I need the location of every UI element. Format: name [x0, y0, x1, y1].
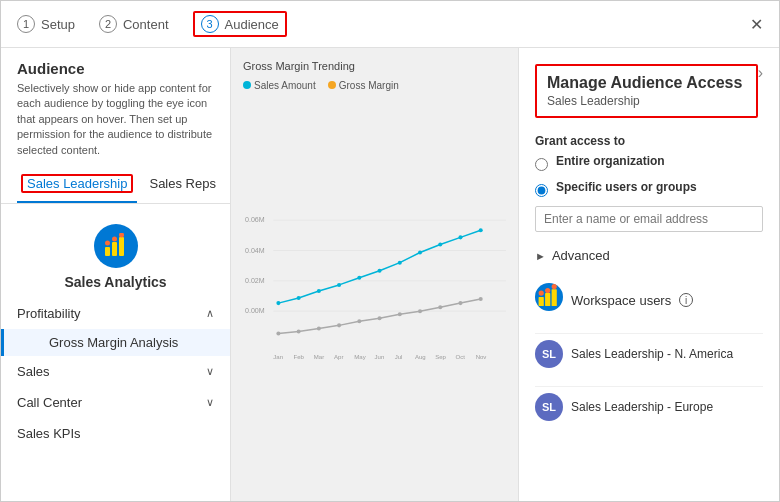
chart-icon: [103, 233, 129, 259]
svg-point-20: [398, 261, 402, 265]
audience-header: Audience Selectively show or hide app co…: [1, 48, 230, 166]
svg-text:Apr: Apr: [334, 354, 343, 360]
user-row-sl-eu: SL Sales Leadership - Europe: [535, 386, 763, 427]
advanced-label: Advanced: [552, 248, 610, 263]
entire-org-label: Entire organization: [556, 154, 665, 168]
radio-specific-users[interactable]: Specific users or groups: [535, 180, 763, 200]
svg-point-16: [317, 289, 321, 293]
svg-point-24: [479, 228, 483, 232]
step-audience[interactable]: 3 Audience: [193, 11, 287, 37]
step-content: 2 Content: [99, 15, 169, 33]
svg-point-26: [297, 329, 301, 333]
app-icon-section: Sales Analytics: [1, 212, 230, 298]
svg-rect-2: [119, 237, 124, 256]
svg-point-22: [438, 242, 442, 246]
svg-text:0.02M: 0.02M: [245, 277, 265, 285]
svg-text:Aug: Aug: [415, 354, 426, 360]
svg-text:Feb: Feb: [294, 354, 305, 360]
manage-access-title: Manage Audience Access: [547, 74, 746, 92]
app-icon: [94, 224, 138, 268]
svg-rect-47: [539, 297, 544, 306]
step-audience-label: Audience: [225, 17, 279, 32]
chart-area: 0.06M 0.04M 0.02M 0.00M: [243, 97, 506, 489]
svg-point-15: [297, 296, 301, 300]
audience-description: Selectively show or hide app content for…: [17, 81, 214, 158]
tab-sales-reps[interactable]: Sales Reps: [145, 168, 219, 201]
radio-entire-org[interactable]: Entire organization: [535, 154, 763, 174]
svg-text:0.04M: 0.04M: [245, 247, 265, 255]
chevron-down-icon-sales: ∨: [206, 365, 214, 378]
svg-point-21: [418, 251, 422, 255]
svg-text:Mar: Mar: [314, 354, 324, 360]
chart-preview-panel: Gross Margin Trending Sales Amount Gross…: [231, 48, 519, 501]
svg-text:Jan: Jan: [273, 354, 283, 360]
nav-item-profitability[interactable]: Profitability ∧: [1, 298, 230, 329]
chevron-right-icon[interactable]: ›: [758, 64, 763, 82]
nav-item-sales[interactable]: Sales ∨: [1, 356, 230, 387]
svg-text:0.06M: 0.06M: [245, 216, 265, 224]
left-panel: Audience Selectively show or hide app co…: [1, 48, 231, 501]
chart-title: Gross Margin Trending: [243, 60, 506, 72]
svg-point-52: [552, 284, 557, 289]
svg-text:Oct: Oct: [455, 354, 465, 360]
user-name-sl-eu: Sales Leadership - Europe: [571, 400, 713, 414]
svg-point-4: [112, 236, 117, 241]
svg-rect-1: [112, 242, 117, 256]
modal-container: 1 Setup 2 Content 3 Audience ✕ Audience …: [0, 0, 780, 502]
right-panel: Manage Audience Access Sales Leadership …: [519, 48, 779, 501]
manage-access-subtitle: Sales Leadership: [547, 94, 746, 108]
specific-users-label: Specific users or groups: [556, 180, 697, 194]
svg-text:May: May: [354, 354, 366, 360]
svg-rect-49: [552, 289, 557, 306]
chart-legend: Sales Amount Gross Margin: [243, 80, 506, 91]
grant-access-label: Grant access to: [535, 134, 763, 148]
svg-point-50: [539, 291, 544, 296]
svg-rect-48: [545, 293, 550, 306]
nav-item-call-center[interactable]: Call Center ∨: [1, 387, 230, 418]
svg-point-51: [545, 288, 550, 293]
step-setup-label: Setup: [41, 17, 75, 32]
svg-point-35: [479, 297, 483, 301]
tab-sales-leadership[interactable]: Sales Leadership: [17, 166, 137, 203]
info-icon[interactable]: i: [679, 293, 693, 307]
content-area: Audience Selectively show or hide app co…: [1, 48, 779, 501]
step-content-label: Content: [123, 17, 169, 32]
chart-svg: 0.06M 0.04M 0.02M 0.00M: [243, 97, 506, 489]
svg-point-17: [337, 283, 341, 287]
workspace-chart-icon: [536, 284, 562, 310]
grant-access-section: Grant access to Entire organization Spec…: [535, 134, 763, 232]
user-avatar-sl-eu: SL: [535, 393, 563, 421]
user-name-sl-na: Sales Leadership - N. America: [571, 347, 733, 361]
svg-point-25: [276, 331, 280, 335]
svg-point-31: [398, 312, 402, 316]
workspace-users-label: Workspace users: [571, 293, 671, 308]
chart-preview: Gross Margin Trending Sales Amount Gross…: [231, 48, 518, 501]
svg-text:Sep: Sep: [435, 354, 446, 360]
audience-tabs: Sales Leadership Sales Reps + New Audien…: [1, 166, 230, 204]
svg-point-32: [418, 309, 422, 313]
svg-text:Jul: Jul: [395, 354, 403, 360]
nav-item-sales-kpis[interactable]: Sales KPIs: [1, 418, 230, 449]
app-navigation: Sales Analytics Profitability ∧ Gross Ma…: [1, 204, 230, 501]
advanced-row[interactable]: ► Advanced: [535, 244, 763, 267]
close-button[interactable]: ✕: [750, 15, 763, 34]
chevron-right-advanced-icon: ►: [535, 250, 546, 262]
svg-rect-0: [105, 247, 110, 256]
svg-point-18: [357, 276, 361, 280]
wizard-header: 1 Setup 2 Content 3 Audience ✕: [1, 1, 779, 48]
svg-text:0.00M: 0.00M: [245, 307, 265, 315]
svg-point-30: [378, 316, 382, 320]
nav-sub-item-gross-margin[interactable]: Gross Margin Analysis: [1, 329, 230, 356]
svg-point-28: [337, 323, 341, 327]
app-name: Sales Analytics: [64, 274, 166, 290]
user-avatar-sl-na: SL: [535, 340, 563, 368]
svg-text:Nov: Nov: [476, 354, 487, 360]
user-row-sl-na: SL Sales Leadership - N. America: [535, 333, 763, 374]
step-setup: 1 Setup: [17, 15, 75, 33]
audience-title: Audience: [17, 60, 214, 77]
svg-text:Jun: Jun: [375, 354, 385, 360]
workspace-icon: [535, 283, 563, 311]
user-search-input[interactable]: [535, 206, 763, 232]
svg-point-3: [105, 240, 110, 245]
chevron-up-icon: ∧: [206, 307, 214, 320]
